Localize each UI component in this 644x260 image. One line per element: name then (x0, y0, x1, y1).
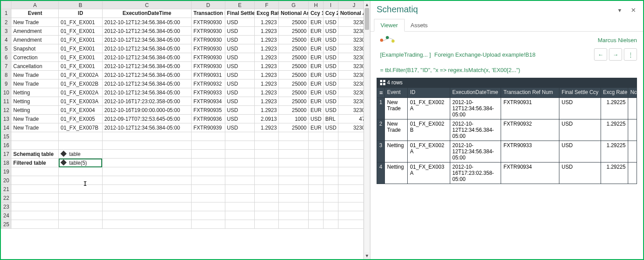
cell[interactable] (279, 159, 309, 167)
cell[interactable]: 25000 (279, 79, 309, 88)
result-cell[interactable]: New Trade (385, 98, 408, 119)
cell[interactable] (225, 202, 255, 211)
header-cell[interactable]: Transaction Ref Num (192, 9, 225, 18)
cell[interactable]: USD (324, 18, 338, 27)
cell[interactable]: Snapshot (11, 44, 59, 53)
cell[interactable]: Correction (11, 53, 59, 62)
cell[interactable]: USD (225, 53, 255, 62)
cell[interactable]: 25000 (279, 62, 309, 71)
cell[interactable] (279, 220, 309, 229)
cell[interactable]: 25000 (279, 27, 309, 36)
vertical-scrollbar[interactable]: ▴ ▾ (363, 1, 370, 259)
cell[interactable]: USD (324, 44, 338, 53)
cell[interactable]: USD (225, 62, 255, 71)
back-button[interactable]: ← (594, 48, 607, 61)
cell[interactable] (324, 176, 338, 185)
tab-assets[interactable]: Assets (405, 19, 434, 31)
cell[interactable] (192, 194, 225, 202)
cell[interactable] (102, 167, 191, 176)
forward-button[interactable]: → (609, 48, 622, 61)
result-cell[interactable]: 1.29225 (601, 119, 628, 141)
col-I[interactable]: I (324, 1, 338, 9)
cell[interactable] (59, 167, 103, 176)
col-C[interactable]: C (102, 1, 191, 9)
cell[interactable] (255, 176, 279, 185)
cell[interactable]: USD (225, 106, 255, 115)
row-9[interactable]: 9 (1, 79, 11, 88)
cell[interactable] (192, 202, 225, 211)
cell[interactable] (225, 194, 255, 202)
cell[interactable] (11, 185, 59, 194)
row-7[interactable]: 7 (1, 62, 11, 71)
cell[interactable]: USD (225, 79, 255, 88)
cell[interactable] (102, 141, 191, 150)
cell[interactable] (11, 176, 59, 185)
cell[interactable] (11, 211, 59, 220)
cell[interactable]: FXTR90930 (192, 36, 225, 44)
cell[interactable]: Cancellation (11, 62, 59, 71)
cell[interactable]: 1.2923 (255, 44, 279, 53)
cell[interactable]: FXTR90930 (192, 53, 225, 62)
header-cell[interactable]: Final Settle Ccy (225, 9, 255, 18)
cell[interactable] (59, 176, 103, 185)
cell[interactable]: Netting (11, 106, 59, 115)
cell[interactable] (59, 220, 103, 229)
cell[interactable]: 2012-10-12T12:34:56.384-05:00 (102, 18, 191, 27)
row-6[interactable]: 6 (1, 53, 11, 62)
cell[interactable] (279, 150, 309, 159)
cell[interactable]: 25000 (279, 53, 309, 62)
result-cell[interactable]: New Trade (385, 119, 408, 141)
cell[interactable] (309, 167, 324, 176)
scroll-down-arrow[interactable]: ▾ (364, 252, 370, 259)
cell[interactable] (225, 150, 255, 159)
result-table[interactable]: EventIDExecutionDateTimeTransaction Ref … (377, 87, 637, 184)
cell[interactable]: table (59, 150, 103, 159)
result-cell[interactable]: USD (559, 162, 601, 184)
result-col[interactable]: Transaction Ref Num (501, 88, 559, 98)
cell[interactable]: Amendment (11, 36, 59, 44)
cell[interactable] (279, 194, 309, 202)
cell[interactable] (11, 202, 59, 211)
cell[interactable]: 2.0913 (255, 115, 279, 123)
cell[interactable]: USD (324, 36, 338, 44)
cell[interactable]: 1.2923 (255, 79, 279, 88)
cell[interactable]: EUR (309, 88, 324, 97)
cell[interactable] (225, 211, 255, 220)
cell[interactable]: 1.2923 (255, 123, 279, 132)
cell[interactable] (324, 159, 338, 167)
cell[interactable]: Netting (11, 97, 59, 106)
result-cell[interactable] (628, 162, 637, 184)
col-E[interactable]: E (225, 1, 255, 9)
cell[interactable] (324, 220, 338, 229)
cell[interactable]: New Trade (11, 123, 59, 132)
cell[interactable]: 2012-09-17T07:32:53.645-05:00 (102, 115, 191, 123)
cell[interactable]: Amendment (11, 27, 59, 36)
cell[interactable] (255, 141, 279, 150)
cell[interactable]: FXTR90932 (192, 79, 225, 88)
select-all-cell[interactable] (1, 1, 11, 9)
cell[interactable] (279, 211, 309, 220)
cell[interactable] (309, 132, 324, 141)
header-cell[interactable]: Ccy 1 (309, 9, 324, 18)
cell[interactable]: 1.2923 (255, 18, 279, 27)
row-8[interactable]: 8 (1, 71, 11, 79)
dropdown-icon[interactable]: ▾ (616, 7, 623, 14)
cell[interactable]: EUR (309, 44, 324, 53)
result-col[interactable]: Event (385, 88, 408, 98)
cell[interactable]: 01_FX_EX001 (59, 27, 103, 36)
result-cell[interactable]: USD (559, 98, 601, 119)
scroll-thumb[interactable] (365, 8, 369, 30)
result-cell[interactable]: Netting (385, 162, 408, 184)
cell[interactable] (192, 159, 225, 167)
cell[interactable] (255, 194, 279, 202)
cell[interactable]: 25000 (279, 88, 309, 97)
cell[interactable] (279, 141, 309, 150)
cell[interactable] (102, 211, 191, 220)
cell[interactable]: 1.2923 (255, 97, 279, 106)
cell[interactable] (255, 220, 279, 229)
cell[interactable]: USD (225, 88, 255, 97)
result-cell[interactable]: 1.29225 (601, 162, 628, 184)
cell[interactable]: 01_FX_EX005 (59, 115, 103, 123)
row-19[interactable]: 19 (1, 167, 11, 176)
result-rownum[interactable]: 2 (377, 119, 385, 141)
